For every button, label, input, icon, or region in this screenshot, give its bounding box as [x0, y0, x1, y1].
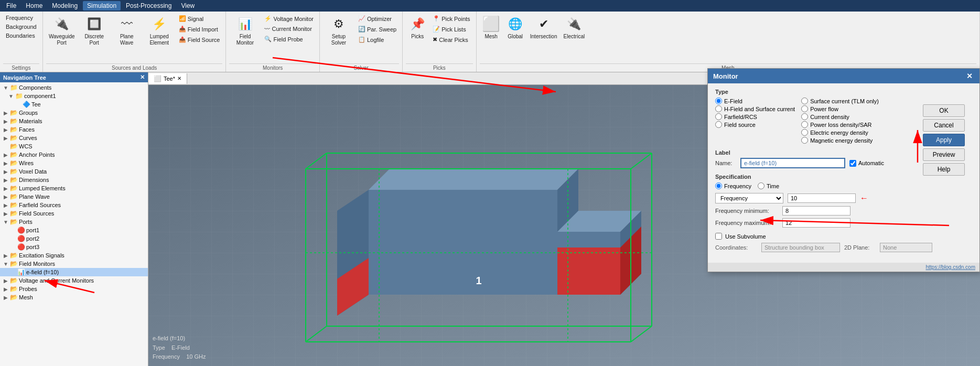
tree-item-voltage-current-monitors[interactable]: ▶ 📂 Voltage and Current Monitors [0, 276, 148, 285]
tab-icon: ⬜ [154, 75, 161, 82]
menu-postprocessing[interactable]: Post-Processing [122, 1, 176, 10]
global-icon: 🌐 [507, 16, 524, 33]
ribbon-btn-field-monitor[interactable]: 📊 Field Monitor [229, 14, 261, 48]
ribbon-btn-field-import[interactable]: 📥 Field Import [176, 24, 223, 34]
ribbon-btn-global[interactable]: 🌐 Global [504, 14, 527, 42]
voltage-monitor-icon: ⚡ [264, 15, 272, 22]
2d-plane-label: 2D Plane: [844, 244, 876, 251]
radio-field-source[interactable]: Field source [715, 121, 795, 128]
tree-item-wcs[interactable]: 📂 WCS [0, 142, 148, 150]
ribbon-btn-voltage-monitor[interactable]: ⚡ Voltage Monitor [262, 14, 316, 24]
ribbon-btn-current-monitor[interactable]: 〰 Current Monitor [262, 24, 316, 34]
ribbon-btn-plane-wave[interactable]: 〰 Plane Wave [111, 14, 143, 48]
ribbon-btn-setup-solver[interactable]: ⚙ Setup Solver [323, 14, 354, 48]
ribbon-settings-label: Settings [3, 63, 39, 71]
spec-frequency-radio[interactable]: Frequency [715, 182, 751, 190]
radio-electric-energy[interactable]: Electric energy density [801, 128, 879, 136]
tree-item-voxel-data[interactable]: ▶ 📂 Voxel Data [0, 167, 148, 176]
2d-plane-input[interactable] [880, 243, 932, 252]
spec-time-radio[interactable]: Time [758, 182, 779, 190]
tree-item-ports[interactable]: ▼ 📂 Ports [0, 218, 148, 226]
dimensions-icon: 📂 [9, 176, 18, 184]
radio-farfield[interactable]: Farfield/RCS [715, 113, 795, 121]
preview-button[interactable]: Preview [923, 148, 965, 161]
wires-icon: 📂 [9, 159, 18, 167]
tree-item-efield[interactable]: 📊 e-field (f=10) [0, 268, 148, 276]
radio-power-loss[interactable]: Power loss density/SAR [801, 121, 879, 128]
ribbon-btn-logfile[interactable]: 📋 Logfile [356, 35, 399, 45]
ribbon-btn-picks[interactable]: 📌 Picks [406, 14, 429, 42]
radio-power-flow[interactable]: Power flow [801, 105, 879, 113]
menu-home[interactable]: Home [21, 1, 47, 10]
automatic-label: Automatic [858, 160, 884, 166]
tab-close-icon[interactable]: ✕ [177, 76, 181, 81]
menu-modeling[interactable]: Modeling [48, 1, 82, 10]
dialog-footer[interactable]: https://blog.csdn.com [708, 263, 979, 272]
help-button[interactable]: Help [923, 163, 965, 176]
ribbon-btn-electrical[interactable]: 🔌 Electrical [561, 14, 588, 42]
tree-item-field-sources[interactable]: ▶ 📂 Field Sources [0, 209, 148, 218]
menu-file[interactable]: File [2, 1, 20, 10]
nav-tree-content[interactable]: ▼ 📁 Components ▼ 📁 component1 🔷 Tee ▶ 📂 [0, 82, 148, 366]
freq-min-input[interactable] [782, 206, 850, 216]
dialog-close-button[interactable]: ✕ [965, 71, 974, 81]
tree-item-mesh[interactable]: ▶ 📂 Mesh [0, 293, 148, 302]
ribbon-btn-field-probe[interactable]: 🔍 Field Probe [262, 34, 316, 44]
ribbon-btn-optimizer[interactable]: 📈 Optimizer [356, 14, 399, 24]
tree-item-port1[interactable]: 🔴 port1 [0, 226, 148, 234]
tree-item-curves[interactable]: ▶ 📂 Curves [0, 134, 148, 142]
ribbon-btn-clear-picks[interactable]: ✖ Clear Picks [430, 35, 472, 45]
ribbon-btn-par-sweep[interactable]: 🔄 Par. Sweep [356, 24, 399, 34]
automatic-checkbox-row[interactable]: Automatic [849, 160, 884, 167]
ribbon-btn-frequency[interactable]: Frequency [3, 14, 39, 22]
ribbon-btn-boundaries[interactable]: Boundaries [3, 31, 39, 40]
ribbon-btn-field-source[interactable]: 📤 Field Source [176, 35, 223, 45]
viewport-tab-tee[interactable]: ⬜ Tee* ✕ [148, 73, 187, 84]
freq-max-input[interactable] [782, 218, 850, 228]
subvolume-checkbox[interactable] [715, 233, 722, 240]
ribbon-btn-signal[interactable]: 📶 Signal [176, 14, 223, 24]
viewport-info-freq-row: Frequency 10 GHz [153, 352, 206, 362]
tree-item-port3[interactable]: 🔴 port3 [0, 243, 148, 251]
ribbon-btn-waveguide-port[interactable]: 🔌 Waveguide Port [46, 14, 78, 48]
tree-item-faces[interactable]: ▶ 📂 Faces [0, 125, 148, 134]
tree-item-probes[interactable]: ▶ 📂 Probes [0, 285, 148, 293]
tree-item-wires[interactable]: ▶ 📂 Wires [0, 159, 148, 167]
tree-item-materials[interactable]: ▶ 📂 Materials [0, 117, 148, 125]
tree-item-groups[interactable]: ▶ 📂 Groups [0, 109, 148, 117]
ribbon-btn-pick-points[interactable]: 📍 Pick Points [430, 14, 472, 24]
tree-item-anchor-points[interactable]: ▶ 📂 Anchor Points [0, 150, 148, 159]
tree-item-component1[interactable]: ▼ 📁 component1 [0, 92, 148, 100]
ok-button[interactable]: OK [923, 104, 965, 117]
cancel-button[interactable]: Cancel [923, 119, 965, 132]
radio-surface-current[interactable]: Surface current (TLM only) [801, 97, 879, 105]
nav-tree-close-icon[interactable]: ✕ [140, 74, 145, 81]
tree-item-plane-wave[interactable]: ▶ 📂 Plane Wave [0, 192, 148, 201]
radio-e-field[interactable]: E-Field [715, 97, 795, 105]
tree-item-components[interactable]: ▼ 📁 Components [0, 83, 148, 92]
frequency-value-input[interactable] [788, 193, 856, 203]
ribbon-btn-lumped-element[interactable]: ⚡ Lumped Element [144, 14, 175, 48]
radio-h-field[interactable]: H-Field and Surface current [715, 105, 795, 113]
tree-item-farfield-sources[interactable]: ▶ 📂 Farfield Sources [0, 201, 148, 209]
menu-view[interactable]: View [177, 1, 199, 10]
tree-item-tee[interactable]: 🔷 Tee [0, 100, 148, 109]
tree-item-dimensions[interactable]: ▶ 📂 Dimensions [0, 176, 148, 184]
tree-item-field-monitors[interactable]: ▼ 📂 Field Monitors [0, 260, 148, 268]
frequency-dropdown[interactable]: Frequency [715, 193, 783, 203]
name-input[interactable] [740, 158, 845, 168]
tree-item-port2[interactable]: 🔴 port2 [0, 234, 148, 243]
radio-current-density[interactable]: Current density [801, 113, 879, 121]
tree-item-lumped-elements[interactable]: ▶ 📂 Lumped Elements [0, 184, 148, 192]
ribbon-btn-intersection[interactable]: ✔ Intersection [528, 14, 559, 42]
tree-item-excitation-signals[interactable]: ▶ 📂 Excitation Signals [0, 251, 148, 260]
ribbon-btn-background[interactable]: Background [3, 23, 39, 31]
radio-magnetic-energy[interactable]: Magnetic energy density [801, 136, 879, 144]
voltage-current-monitors-icon: 📂 [9, 277, 18, 284]
ribbon-btn-pick-lists[interactable]: 📝 Pick Lists [430, 24, 472, 34]
ribbon-btn-discrete-port[interactable]: 🔲 Discrete Port [79, 14, 110, 48]
apply-button[interactable]: Apply [923, 134, 965, 146]
menu-simulation[interactable]: Simulation [83, 1, 121, 10]
automatic-checkbox[interactable] [849, 160, 856, 167]
ribbon-btn-mesh[interactable]: ⬜ Mesh [480, 14, 503, 42]
